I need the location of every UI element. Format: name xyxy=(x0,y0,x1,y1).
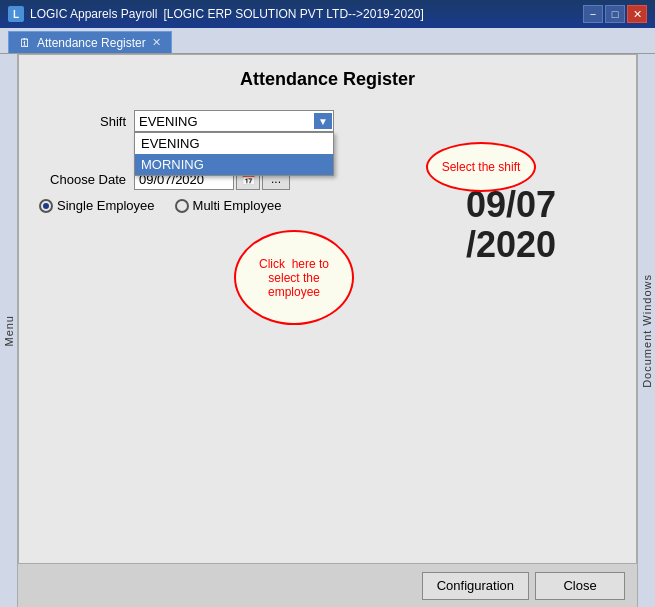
shift-control: EVENING ▼ EVENING MORNING xyxy=(134,110,616,132)
maximize-button[interactable]: □ xyxy=(605,5,625,23)
app-name: LOGIC Apparels Payroll xyxy=(30,7,157,21)
multi-employee-label: Multi Employee xyxy=(193,198,282,213)
side-doc-panel: Document Windows xyxy=(637,54,655,607)
employee-callout-text: Click here toselect theemployee xyxy=(259,257,329,299)
main-window: Attendance Register Shift EVENING ▼ EVEN… xyxy=(18,54,637,607)
shift-callout: Select the shift xyxy=(426,142,536,192)
form-area: Shift EVENING ▼ EVENING MORNING Choose D… xyxy=(19,100,636,223)
configuration-button[interactable]: Configuration xyxy=(422,572,529,600)
page-title: Attendance Register xyxy=(19,55,636,100)
multi-employee-radio[interactable] xyxy=(175,199,189,213)
tab-attendance-register[interactable]: 🗓 Attendance Register ✕ xyxy=(8,31,172,53)
side-menu-panel: Menu xyxy=(0,54,18,607)
title-bar-controls: − □ ✕ xyxy=(583,5,647,23)
title-bar: L LOGIC Apparels Payroll [LOGIC ERP SOLU… xyxy=(0,0,655,28)
side-doc-label: Document Windows xyxy=(641,274,653,388)
company-info: [LOGIC ERP SOLUTION PVT LTD-->2019-2020] xyxy=(163,7,423,21)
single-employee-label: Single Employee xyxy=(57,198,155,213)
single-employee-option[interactable]: Single Employee xyxy=(39,198,155,213)
shift-option-morning[interactable]: MORNING xyxy=(135,154,333,175)
employee-callout: Click here toselect theemployee xyxy=(234,230,354,325)
tab-bar: 🗓 Attendance Register ✕ xyxy=(0,28,655,54)
shift-dropdown[interactable]: EVENING ▼ EVENING MORNING xyxy=(134,110,334,132)
app-icon: L xyxy=(8,6,24,22)
big-date-display: 09/07 /2020 xyxy=(466,185,556,264)
date-label: Choose Date xyxy=(39,172,134,187)
tab-close-icon[interactable]: ✕ xyxy=(152,36,161,49)
title-bar-left: L LOGIC Apparels Payroll [LOGIC ERP SOLU… xyxy=(8,6,424,22)
close-button[interactable]: Close xyxy=(535,572,625,600)
shift-row: Shift EVENING ▼ EVENING MORNING xyxy=(39,110,616,132)
shift-label: Shift xyxy=(39,114,134,129)
shift-dropdown-list: EVENING MORNING xyxy=(134,132,334,176)
single-employee-radio[interactable] xyxy=(39,199,53,213)
minimize-button[interactable]: − xyxy=(583,5,603,23)
tab-label: Attendance Register xyxy=(37,36,146,50)
shift-callout-text: Select the shift xyxy=(442,160,521,174)
shift-dropdown-value[interactable]: EVENING xyxy=(134,110,334,132)
big-date-line2: /2020 xyxy=(466,225,556,265)
side-menu-label: Menu xyxy=(3,315,15,347)
bottom-bar: Configuration Close xyxy=(18,563,637,607)
multi-employee-option[interactable]: Multi Employee xyxy=(175,198,282,213)
tab-icon: 🗓 xyxy=(19,36,31,50)
app-close-button[interactable]: ✕ xyxy=(627,5,647,23)
shift-option-evening[interactable]: EVENING xyxy=(135,133,333,154)
